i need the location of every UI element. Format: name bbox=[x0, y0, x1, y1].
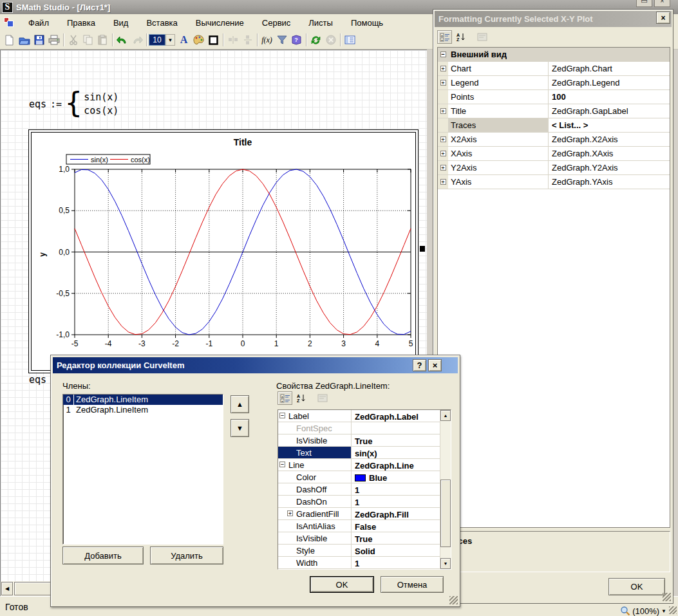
menu-item-2[interactable]: Правка bbox=[58, 15, 104, 30]
dialog-ok-button[interactable]: OK bbox=[310, 576, 374, 593]
category-row[interactable]: −Внешний вид bbox=[438, 48, 670, 62]
font-size-dropdown[interactable]: ▼ bbox=[165, 34, 175, 46]
property-value[interactable]: ZedGraph.GapLabel bbox=[549, 104, 670, 118]
grid-vertical-scrollbar[interactable]: ▲ ▼ bbox=[440, 410, 451, 569]
maximize-button-partial[interactable]: ▭ bbox=[636, 0, 652, 7]
reference-book-icon[interactable]: ? bbox=[289, 33, 304, 48]
move-down-button[interactable]: ▼ bbox=[231, 419, 249, 437]
prop-value[interactable]: ZedGraph.Fill bbox=[352, 508, 440, 519]
dialog-help-button[interactable]: ? bbox=[413, 359, 426, 371]
formatting-resize-grip[interactable] bbox=[663, 593, 671, 601]
font-size-input[interactable]: 10 bbox=[149, 34, 165, 46]
property-value[interactable]: ZedGraph.XAxis bbox=[549, 147, 670, 160]
menu-item-5[interactable]: Вычисление bbox=[187, 15, 253, 30]
lineitem-prop-isantialias[interactable]: IsAntiAliasFalse bbox=[278, 520, 440, 532]
collapse-icon[interactable]: − bbox=[440, 51, 446, 57]
prop-value[interactable]: sin(x) bbox=[352, 447, 440, 458]
zoom-control[interactable]: (100%) ▼ bbox=[620, 606, 666, 616]
border-icon[interactable] bbox=[206, 33, 221, 48]
members-listbox[interactable]: 0ZedGraph.LineItem1ZedGraph.LineItem bbox=[62, 394, 223, 545]
property-row-legend[interactable]: +LegendZedGraph.Legend bbox=[438, 76, 670, 90]
property-value[interactable]: ZedGraph.Legend bbox=[549, 76, 670, 89]
collapse-icon[interactable]: − bbox=[279, 462, 285, 467]
lineitem-prop-isvisible[interactable]: IsVisibleTrue bbox=[278, 434, 440, 447]
scroll-left-icon[interactable]: ◀ bbox=[1, 582, 13, 595]
categorized-view-icon[interactable]: ++ bbox=[278, 391, 292, 405]
equation-fragment[interactable]: eqs bbox=[29, 374, 46, 386]
lineitem-prop-link[interactable]: LinkZedGraph.Link bbox=[278, 569, 440, 570]
properties-list-icon[interactable] bbox=[343, 33, 357, 48]
filter-funnel-icon[interactable] bbox=[274, 33, 289, 48]
formatting-titlebar[interactable]: Formatting Currently Selected X-Y Plot bbox=[435, 11, 672, 27]
lineitem-prop-dashon[interactable]: DashOn1 bbox=[278, 496, 440, 508]
menu-item-7[interactable]: Листы bbox=[299, 15, 342, 30]
expand-icon[interactable]: + bbox=[440, 151, 446, 156]
expand-icon[interactable]: + bbox=[440, 108, 446, 114]
scroll-up-icon[interactable]: ▲ bbox=[440, 410, 451, 421]
prop-value[interactable]: ZedGraph.Link bbox=[352, 569, 440, 570]
grid-scrollbar-thumb[interactable] bbox=[440, 480, 451, 547]
property-row-y2axis[interactable]: +Y2AxisZedGraph.Y2Axis bbox=[438, 161, 670, 175]
add-button[interactable]: Добавить bbox=[62, 546, 144, 565]
prop-value[interactable]: 1 bbox=[352, 557, 440, 568]
xy-plot-region[interactable]: Title-5-4-3-2-10123451,00,50,0-0,5-1,0ys… bbox=[28, 128, 426, 376]
expand-icon[interactable]: + bbox=[440, 80, 446, 86]
lineitem-prop-gradientfill[interactable]: GradientFill+ZedGraph.Fill bbox=[278, 508, 440, 520]
move-up-button[interactable]: ▲ bbox=[231, 395, 249, 413]
lineitem-prop-label[interactable]: Label−ZedGraph.Label bbox=[278, 410, 440, 422]
plot-property-grid[interactable]: −Внешний вид+ChartZedGraph.Chart+LegendZ… bbox=[437, 47, 670, 528]
lineitem-prop-line[interactable]: Line−ZedGraph.Line bbox=[278, 459, 440, 471]
lineitem-prop-fontspec[interactable]: FontSpec bbox=[278, 422, 440, 434]
expand-icon[interactable]: + bbox=[440, 179, 446, 185]
equation-eqs-definition[interactable]: eqs := { sin(x) cos(x) bbox=[29, 86, 118, 122]
property-value[interactable]: ZedGraph.X2Axis bbox=[549, 133, 670, 146]
remove-button[interactable]: Удалить bbox=[150, 546, 223, 565]
prop-value[interactable]: True bbox=[352, 434, 440, 446]
prop-value[interactable]: 1 bbox=[352, 496, 440, 507]
lineitem-prop-dashoff[interactable]: DashOff1 bbox=[278, 483, 440, 496]
new-sheet-icon[interactable] bbox=[2, 33, 17, 48]
close-button-partial[interactable]: × bbox=[654, 0, 670, 7]
menu-item-8[interactable]: Помощь bbox=[342, 15, 392, 30]
save-icon[interactable] bbox=[32, 33, 46, 48]
print-icon[interactable] bbox=[46, 33, 61, 48]
prop-value[interactable]: False bbox=[352, 520, 440, 532]
expand-icon[interactable]: + bbox=[440, 165, 446, 171]
recalculate-icon[interactable] bbox=[308, 33, 323, 48]
zoom-dropdown-icon[interactable]: ▼ bbox=[661, 608, 666, 614]
lineitem-prop-color[interactable]: ColorBlue bbox=[278, 471, 440, 483]
alphabetical-sort-icon[interactable]: AZ bbox=[453, 30, 468, 44]
lineitem-prop-isvisible[interactable]: IsVisibleTrue bbox=[278, 532, 440, 545]
property-value[interactable]: 100 bbox=[549, 90, 670, 104]
prop-value[interactable]: ZedGraph.Label bbox=[352, 410, 440, 422]
undo-icon[interactable] bbox=[115, 33, 129, 48]
resize-grip[interactable] bbox=[669, 606, 677, 614]
xy-plot[interactable]: Title-5-4-3-2-10123451,00,50,0-0,5-1,0ys… bbox=[28, 128, 426, 374]
menu-item-3[interactable]: Вид bbox=[104, 15, 138, 30]
prop-value[interactable]: 1 bbox=[352, 483, 440, 495]
font-color-icon[interactable]: A bbox=[176, 33, 191, 48]
dialog-close-button[interactable]: × bbox=[428, 359, 442, 371]
categorized-view-icon[interactable]: ++ bbox=[437, 30, 452, 44]
menu-item-1[interactable]: Файл bbox=[19, 15, 58, 30]
property-value[interactable]: ZedGraph.Y2Axis bbox=[549, 161, 670, 174]
dialog-resize-grip[interactable] bbox=[449, 596, 458, 604]
formatting-close-button[interactable]: × bbox=[656, 12, 670, 24]
collapse-icon[interactable]: − bbox=[279, 413, 285, 418]
prop-value[interactable]: ZedGraph.Line bbox=[352, 459, 440, 471]
property-row-xaxis[interactable]: +XAxisZedGraph.XAxis bbox=[438, 147, 670, 161]
property-value[interactable]: < List... > bbox=[549, 118, 670, 132]
formatting-ok-button[interactable]: OK bbox=[608, 578, 665, 595]
prop-value[interactable]: True bbox=[352, 532, 440, 544]
expand-icon[interactable]: + bbox=[440, 136, 446, 142]
lineitem-prop-width[interactable]: Width1 bbox=[278, 557, 440, 569]
property-value[interactable]: ZedGraph.Chart bbox=[549, 62, 670, 75]
property-value[interactable]: ZedGraph.YAxis bbox=[549, 175, 670, 189]
menu-item-6[interactable]: Сервис bbox=[253, 15, 300, 30]
menu-item-4[interactable]: Вставка bbox=[137, 15, 186, 30]
prop-value[interactable]: Solid bbox=[352, 545, 440, 556]
expand-icon[interactable]: + bbox=[287, 510, 293, 516]
property-row-title[interactable]: +TitleZedGraph.GapLabel bbox=[438, 104, 670, 118]
dialog-cancel-button[interactable]: Отмена bbox=[381, 576, 444, 593]
property-row-traces[interactable]: Traces< List... > bbox=[438, 118, 670, 133]
